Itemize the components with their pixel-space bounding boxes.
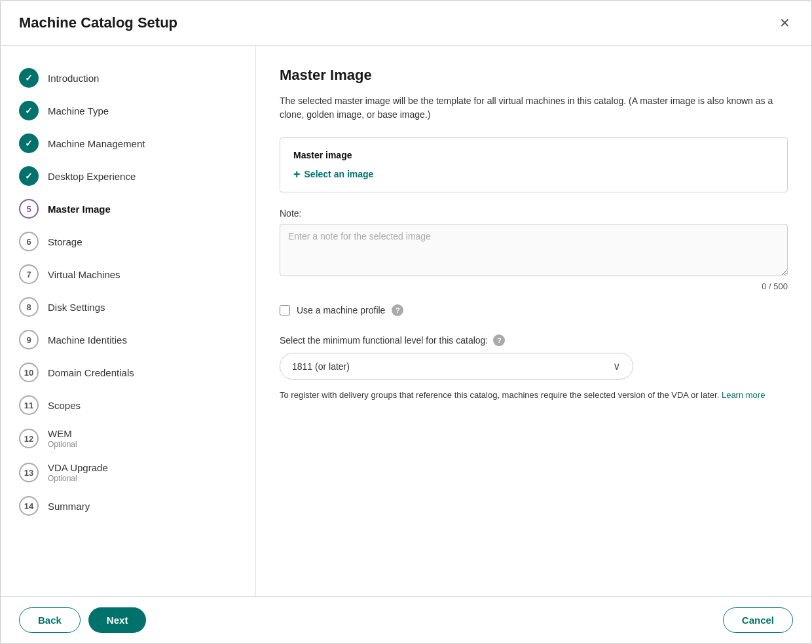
sidebar-item-master-image[interactable]: 5 Master Image [1,192,255,225]
sidebar-label-desktop-experience: Desktop Experience [48,171,136,182]
sidebar-label-wem: WEM [48,428,77,439]
vda-note-text: To register with delivery groups that re… [280,390,719,400]
sidebar-item-domain-credentials[interactable]: 10 Domain Credentials [1,356,255,389]
step-indicator-11: 11 [19,395,39,415]
sidebar-label-scopes: Scopes [48,400,81,411]
sidebar-label-virtual-machines: Virtual Machines [48,269,120,280]
step-indicator-10: 10 [19,363,39,382]
checkmark-icon-3: ✓ [25,138,33,149]
functional-level-label: Select the minimum functional level for … [280,334,788,346]
step-indicator-5: 5 [19,199,39,219]
sidebar-item-wem[interactable]: 12 WEM Optional [1,421,255,456]
machine-catalog-setup-dialog: Machine Catalog Setup ✕ ✓ Introduction ✓… [0,0,812,644]
step-number-7: 7 [26,270,31,279]
sidebar-label-machine-management: Machine Management [48,138,145,149]
step-number-6: 6 [26,237,31,247]
sidebar-item-vda-upgrade[interactable]: 13 VDA Upgrade Optional [1,456,255,490]
sidebar-item-scopes[interactable]: 11 Scopes [1,389,255,421]
sidebar-item-machine-identities[interactable]: 9 Machine Identities [1,323,255,356]
close-button[interactable]: ✕ [777,14,793,32]
functional-level-text: Select the minimum functional level for … [280,335,488,346]
select-image-button[interactable]: + Select an image [293,168,373,180]
step-group-vda-upgrade: VDA Upgrade Optional [48,462,108,483]
main-content: Master Image The selected master image w… [256,46,811,596]
functional-level-dropdown[interactable]: 1811 (or later) ∨ [280,353,633,380]
sidebar-label-master-image: Master Image [48,204,111,215]
machine-profile-label: Use a machine profile [297,305,385,315]
note-textarea[interactable] [280,224,788,276]
section-title: Master Image [280,67,788,84]
sidebar-sublabel-vda-upgrade: Optional [48,474,108,483]
step-number-8: 8 [26,302,31,312]
back-button[interactable]: Back [19,607,81,633]
master-image-box: Master image + Select an image [280,137,788,192]
step-number-5: 5 [26,204,31,214]
cancel-button[interactable]: Cancel [723,607,793,633]
vda-note: To register with delivery groups that re… [280,389,788,402]
step-number-12: 12 [24,434,33,444]
section-description: The selected master image will be the te… [280,94,788,122]
step-indicator-9: 9 [19,330,39,349]
checkmark-icon: ✓ [25,73,33,83]
sidebar-label-domain-credentials: Domain Credentials [48,367,134,378]
dialog-body: ✓ Introduction ✓ Machine Type ✓ Machine … [1,46,811,596]
sidebar-sublabel-wem: Optional [48,440,77,449]
checkmark-icon-4: ✓ [25,171,33,181]
sidebar-item-virtual-machines[interactable]: 7 Virtual Machines [1,258,255,291]
sidebar-label-introduction: Introduction [48,73,99,84]
char-count: 0 / 500 [280,281,788,291]
dropdown-arrow-icon: ∨ [613,360,621,372]
sidebar-item-introduction[interactable]: ✓ Introduction [1,62,255,94]
plus-icon: + [293,168,301,180]
machine-profile-row: Use a machine profile ? [280,304,788,316]
step-indicator-4: ✓ [19,166,39,186]
step-indicator-13: 13 [19,463,39,482]
sidebar-item-desktop-experience[interactable]: ✓ Desktop Experience [1,160,255,192]
step-indicator-14: 14 [19,496,39,516]
step-indicator-7: 7 [19,264,39,284]
sidebar-item-summary[interactable]: 14 Summary [1,490,255,522]
note-label: Note: [280,208,788,219]
sidebar: ✓ Introduction ✓ Machine Type ✓ Machine … [1,46,256,596]
step-indicator-8: 8 [19,297,39,317]
step-number-13: 13 [24,468,33,478]
functional-level-help-icon[interactable]: ? [493,334,505,346]
dialog-title: Machine Catalog Setup [19,14,177,31]
step-number-11: 11 [24,401,33,410]
sidebar-label-machine-type: Machine Type [48,105,109,116]
step-indicator-3: ✓ [19,134,39,153]
footer-left-buttons: Back Next [19,607,146,633]
master-image-box-label: Master image [293,150,774,160]
sidebar-label-summary: Summary [48,501,90,512]
sidebar-label-storage: Storage [48,236,83,247]
machine-profile-checkbox[interactable] [280,305,290,315]
sidebar-item-machine-management[interactable]: ✓ Machine Management [1,127,255,160]
sidebar-item-disk-settings[interactable]: 8 Disk Settings [1,291,255,323]
sidebar-label-vda-upgrade: VDA Upgrade [48,462,108,473]
next-button[interactable]: Next [88,607,147,633]
sidebar-label-disk-settings: Disk Settings [48,302,105,313]
step-number-9: 9 [26,335,31,345]
sidebar-item-machine-type[interactable]: ✓ Machine Type [1,94,255,127]
dialog-header: Machine Catalog Setup ✕ [1,1,811,46]
step-number-14: 14 [24,501,33,511]
select-image-label: Select an image [304,169,374,179]
machine-profile-help-icon[interactable]: ? [392,304,403,316]
dropdown-value: 1811 (or later) [292,361,350,372]
sidebar-item-storage[interactable]: 6 Storage [1,225,255,258]
step-indicator-12: 12 [19,429,39,448]
step-number-10: 10 [24,368,33,378]
learn-more-link[interactable]: Learn more [722,390,765,400]
checkmark-icon-2: ✓ [25,105,33,116]
step-indicator-6: 6 [19,232,39,251]
sidebar-label-machine-identities: Machine Identities [48,334,127,346]
step-group-wem: WEM Optional [48,428,77,449]
step-indicator-2: ✓ [19,101,39,120]
dialog-footer: Back Next Cancel [1,596,811,643]
step-indicator-1: ✓ [19,68,39,88]
